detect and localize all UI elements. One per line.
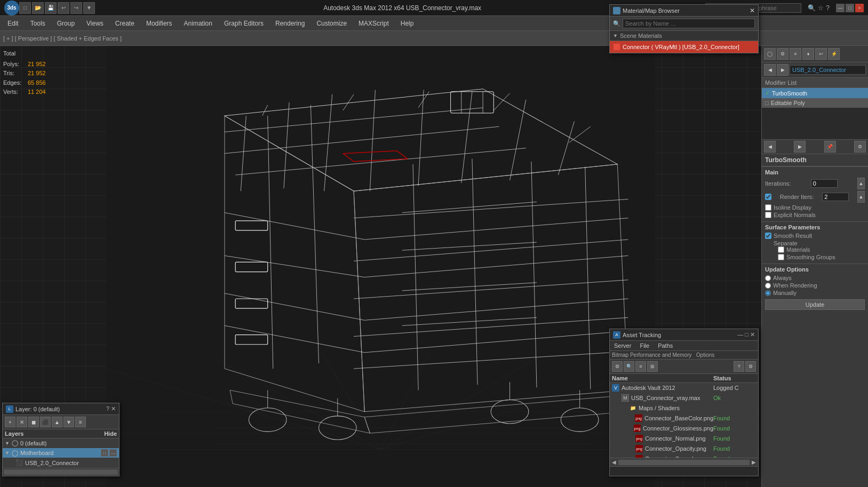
save-button[interactable]: 💾 [45,2,57,14]
menu-modifiers[interactable]: Modifiers [141,18,178,29]
asset-menu-file[interactable]: File [635,341,654,350]
asset-row-normal[interactable]: png Connector_Normal.png Found [610,434,758,444]
undo-button[interactable]: ↩ [58,2,69,14]
redo-button[interactable]: ↪ [70,2,82,14]
menu-rendering[interactable]: Rendering [270,18,310,29]
help-icon[interactable]: ? [826,4,830,12]
layers-tb-select[interactable]: ⬛ [40,417,51,427]
layer-mb-lock-btn[interactable]: — [109,449,117,457]
render-iters-input[interactable] [822,193,849,201]
asset-tb-btn-settings[interactable]: ⚙ [745,361,756,372]
new-button[interactable]: □ [19,2,31,14]
rp-fwd-btn2[interactable]: ▶ [794,141,806,153]
menu-create[interactable]: Create [110,18,140,29]
open-button[interactable]: 📂 [32,2,44,14]
menu-views[interactable]: Views [81,18,109,29]
materials-checkbox[interactable] [778,246,784,253]
asset-row-glossiness[interactable]: png Connector_Glossiness.png Found [610,424,758,434]
menu-graph-editors[interactable]: Graph Editors [219,18,269,29]
layer-row-0[interactable]: ▼ ◯ 0 (default) [3,438,119,448]
asset-col-status-header: Status [713,375,756,381]
asset-tb-btn-3[interactable]: ≡ [635,361,646,372]
asset-row-basecolor[interactable]: png Connector_BaseColor.png Found [610,413,758,424]
asset-tb-btn-1[interactable]: ⚙ [612,361,623,372]
rp-object-name[interactable]: USB_2.0_Connector [790,65,866,75]
update-rendering-radio[interactable] [765,283,771,289]
asset-row-opacity[interactable]: png Connector_Opacity.png Found [610,444,758,454]
layers-tb-add-sel[interactable]: ◼ [28,417,39,427]
render-iters-checkbox[interactable] [765,194,771,200]
modifier-editpoly[interactable]: □ Editable Poly [762,98,868,108]
layers-panel-icon: L [6,405,13,413]
asset-tb-btn-help[interactable]: ? [734,361,744,372]
layers-help-btn[interactable]: ? [106,405,109,412]
smoothing-groups-checkbox[interactable] [778,254,784,260]
asset-scroll-left[interactable]: ◀ [612,459,616,465]
menu-maxscript[interactable]: MAXScript [353,18,394,29]
toolbar-more[interactable]: ▼ [83,2,95,14]
rp-pin-btn[interactable]: ◀ [764,64,776,76]
asset-row-vault[interactable]: V Autodesk Vault 2012 Logged C [610,383,758,393]
asset-row-specular[interactable]: png Connector_Specular.png Found [610,454,758,458]
layer-mb-vis-icon: ◯ [12,450,18,457]
close-button[interactable]: × [855,4,864,12]
isoline-checkbox[interactable] [765,204,771,211]
material-panel-close[interactable]: ✕ [750,7,755,14]
iterations-input[interactable] [811,179,838,188]
update-manually-radio[interactable] [765,290,771,296]
rp-icon-2[interactable]: ⚙ [777,48,789,60]
asset-menu-paths[interactable]: Paths [654,341,677,350]
rp-pin-btn2[interactable]: 📌 [824,141,836,153]
layer-row-motherboard[interactable]: ▼ ◯ Motherboard □ — [3,448,119,458]
modifier-turbsmooth[interactable]: ✓ TurboSmooth [762,88,868,98]
layer-mb-vis-btn[interactable]: □ [101,449,108,457]
bookmark-icon[interactable]: ☆ [818,4,824,12]
rp-icon-5[interactable]: ↩ [815,48,827,60]
search-icons: 🔍 ☆ ? [808,4,830,12]
maximize-button[interactable]: □ [846,4,854,12]
render-iters-spinner[interactable]: ▲ [857,191,865,203]
menu-edit[interactable]: Edit [2,18,24,29]
material-search-input[interactable] [623,19,755,28]
material-item-1[interactable]: Connector ( VRayMtl ) [USB_2.0_Connector… [610,41,758,53]
iterations-spinner[interactable]: ▲ [857,178,865,189]
update-always-radio[interactable] [765,275,771,281]
asset-row-maxfile[interactable]: M USB_Connector_vray.max Ok [610,393,758,403]
menu-customize[interactable]: Customize [311,18,352,29]
asset-close-btn[interactable]: ✕ [750,331,755,338]
layers-tb-delete[interactable]: ✕ [17,417,27,427]
rp-icon-3[interactable]: ≡ [790,48,801,60]
smooth-result-checkbox[interactable] [765,233,771,239]
layers-close-btn[interactable]: ✕ [111,405,116,412]
layers-tb-down[interactable]: ▼ [63,417,74,427]
layers-tb-more[interactable]: ≡ [75,417,86,427]
asset-row-maps[interactable]: 📁 Maps / Shaders [610,403,758,413]
asset-hscrollbar[interactable] [618,460,750,465]
asset-tb-btn-2[interactable]: 🔍 [624,361,634,372]
asset-tb-btn-4[interactable]: ⊞ [647,361,658,372]
rp-icon-6[interactable]: ⚡ [828,48,840,60]
rp-config-btn[interactable]: ⚙ [854,141,866,153]
asset-row-vault-status: Logged C [713,385,756,391]
menu-help[interactable]: Help [395,18,419,29]
menu-animation[interactable]: Animation [179,18,218,29]
layer-row-usb[interactable]: ⬛ USB_2.0_Connector [3,458,119,468]
layers-tb-up[interactable]: ▲ [52,417,62,427]
layers-hscroll[interactable] [4,469,118,475]
asset-restore-btn[interactable]: □ [745,331,748,338]
asset-minimize-btn[interactable]: — [737,331,743,338]
explicit-normals-checkbox[interactable] [765,212,771,218]
update-button[interactable]: Update [765,299,865,310]
layers-tb-new[interactable]: + [5,417,15,427]
rp-back-btn[interactable]: ◀ [764,141,776,153]
rp-icon-1[interactable]: ◯ [764,48,776,60]
menu-group[interactable]: Group [52,18,80,29]
asset-scroll-right[interactable]: ▶ [752,459,756,465]
search-icon[interactable]: 🔍 [808,4,816,12]
rp-icon-4[interactable]: ♦ [802,48,814,60]
rp-fwd-btn[interactable]: ▶ [777,64,789,76]
menu-tools[interactable]: Tools [25,18,51,29]
minimize-button[interactable]: — [836,4,845,12]
asset-menu-server[interactable]: Server [610,341,635,350]
rp-nav-arrows: ◀ ▶ 📌 ⚙ [762,140,868,154]
